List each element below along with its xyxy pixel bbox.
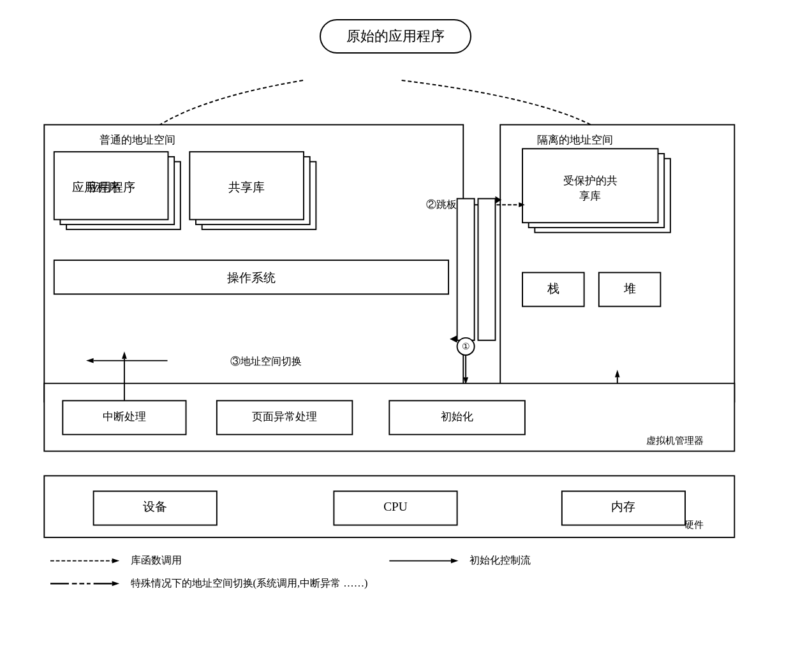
svg-marker-61 — [112, 559, 120, 564]
svg-rect-29 — [457, 199, 475, 340]
svg-text:栈: 栈 — [547, 282, 559, 295]
svg-text:享库: 享库 — [579, 190, 601, 202]
original-app-box: 原始的应用程序 — [320, 19, 471, 54]
svg-text:设备: 设备 — [143, 500, 167, 513]
svg-text:③地址空间切换: ③地址空间切换 — [230, 355, 302, 367]
svg-text:内存: 内存 — [611, 500, 635, 513]
svg-text:中断处理: 中断处理 — [103, 411, 146, 423]
svg-text:初始化控制流: 初始化控制流 — [469, 554, 531, 566]
svg-rect-30 — [478, 199, 495, 340]
svg-text:页面异常处理: 页面异常处理 — [252, 411, 317, 423]
svg-text:CPU: CPU — [383, 500, 408, 513]
svg-text:硬件: 硬件 — [684, 519, 704, 530]
svg-text:①: ① — [462, 342, 470, 351]
original-app-label: 原始的应用程序 — [346, 28, 445, 44]
svg-text:库函数调用: 库函数调用 — [131, 554, 182, 566]
svg-text:堆: 堆 — [623, 282, 636, 295]
svg-text:操作系统: 操作系统 — [227, 271, 276, 284]
svg-text:普通的地址空间: 普通的地址空间 — [100, 134, 175, 146]
svg-text:②跳板: ②跳板 — [426, 198, 457, 210]
svg-text:虚拟机管理器: 虚拟机管理器 — [646, 435, 704, 446]
main-container: 原始的应用程序 普通的地址空间 应用程序 应用程序 共享库 操作系统 隔离的地址… — [13, 13, 778, 599]
svg-text:应用程序: 应用程序 — [87, 180, 135, 194]
svg-text:特殊情况下的地址空间切换(系统调用,中断异常 ……): 特殊情况下的地址空间切换(系统调用,中断异常 ……) — [131, 577, 368, 589]
svg-text:初始化: 初始化 — [441, 411, 473, 423]
svg-marker-68 — [112, 581, 120, 586]
svg-text:共享库: 共享库 — [228, 180, 265, 194]
svg-text:隔离的地址空间: 隔离的地址空间 — [537, 134, 613, 146]
svg-text:受保护的共: 受保护的共 — [563, 175, 617, 187]
architecture-diagram: 普通的地址空间 应用程序 应用程序 共享库 操作系统 隔离的地址空间 受保护的共… — [32, 63, 759, 599]
svg-marker-64 — [451, 559, 459, 564]
